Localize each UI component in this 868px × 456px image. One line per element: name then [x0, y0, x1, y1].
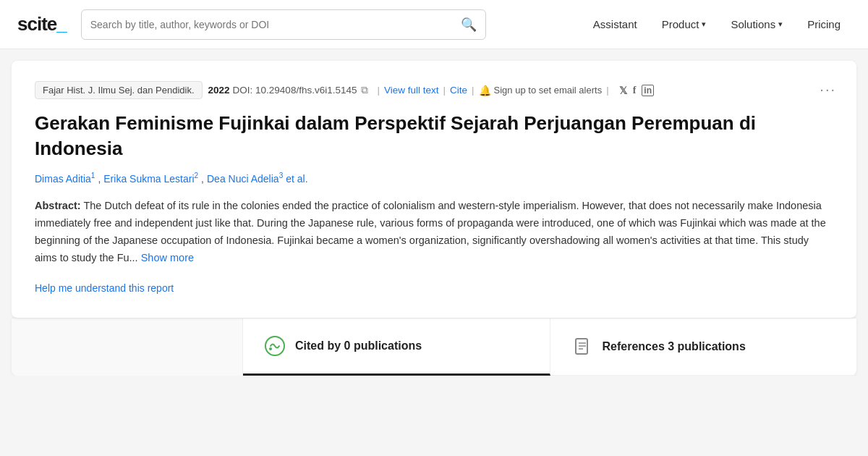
author-3-link[interactable]: Dea Nuci Adelia3 — [207, 172, 283, 185]
show-more-link[interactable]: Show more — [141, 252, 194, 263]
references-label: References 3 publications — [603, 340, 746, 353]
nav-solutions[interactable]: Solutions ▾ — [720, 12, 793, 36]
help-link[interactable]: Help me understand this report — [35, 282, 174, 294]
search-input[interactable] — [90, 19, 461, 30]
view-full-text-link[interactable]: View full text — [384, 85, 439, 96]
cited-by-icon — [263, 334, 286, 358]
publication-year: 2022 — [208, 85, 230, 96]
linkedin-icon[interactable]: in — [642, 85, 654, 96]
journal-badge: Fajar Hist. J. Ilmu Sej. dan Pendidik. — [35, 81, 203, 99]
author-1-superscript: 1 — [91, 172, 95, 180]
references-tab[interactable]: References 3 publications — [550, 318, 857, 376]
abstract: Abstract: The Dutch defeat of its rule i… — [35, 198, 833, 267]
nav-assistant[interactable]: Assistant — [583, 12, 647, 36]
search-button[interactable]: 🔍 — [461, 17, 477, 33]
doi-text: DOI: 10.29408/fhs.v6i1.5145 — [233, 85, 357, 96]
author-2-link[interactable]: Erika Sukma Lestari2 — [103, 172, 198, 185]
author-2-superscript: 2 — [195, 172, 199, 180]
et-al-link[interactable]: et al. — [286, 173, 307, 185]
article-title: Gerakan Feminisme Fujinkai dalam Perspek… — [35, 111, 833, 161]
facebook-icon[interactable]: f — [633, 85, 637, 96]
article-card: ··· Fajar Hist. J. Ilmu Sej. dan Pendidi… — [12, 61, 856, 318]
author-1-link[interactable]: Dimas Aditia1 — [35, 172, 95, 185]
nav-pricing[interactable]: Pricing — [797, 12, 851, 36]
social-icons: 𝕏 f in — [619, 85, 654, 96]
bell-icon: 🔔 — [479, 85, 491, 96]
cited-by-label: Cited by 0 publications — [295, 339, 422, 352]
article-meta: Fajar Hist. J. Ilmu Sej. dan Pendidik. 2… — [35, 81, 833, 99]
logo[interactable]: scite_ — [17, 13, 67, 35]
cite-link[interactable]: Cite — [450, 85, 467, 96]
copy-doi-icon[interactable]: ⧉ — [361, 84, 368, 96]
authors-list: Dimas Aditia1, Erika Sukma Lestari2, Dea… — [35, 172, 833, 185]
main-nav: Assistant Product ▾ Solutions ▾ Pricing — [583, 12, 851, 36]
abstract-label: Abstract: — [35, 200, 81, 211]
tabs-section: Cited by 0 publications References 3 pub… — [12, 318, 856, 376]
search-bar: 🔍 — [81, 9, 486, 40]
left-panel — [12, 318, 243, 376]
solutions-chevron-icon: ▾ — [778, 20, 783, 29]
more-options-button[interactable]: ··· — [820, 81, 836, 98]
references-icon — [571, 335, 594, 358]
author-3-superscript: 3 — [279, 172, 284, 180]
svg-point-1 — [269, 347, 272, 350]
header: scite_ 🔍 Assistant Product ▾ Solutions ▾… — [0, 0, 868, 49]
product-chevron-icon: ▾ — [702, 20, 706, 29]
cited-by-tab[interactable]: Cited by 0 publications — [243, 318, 550, 376]
nav-product[interactable]: Product ▾ — [652, 12, 717, 36]
alert-text: Sign up to set email alerts — [494, 85, 603, 96]
twitter-icon[interactable]: 𝕏 — [619, 85, 627, 96]
